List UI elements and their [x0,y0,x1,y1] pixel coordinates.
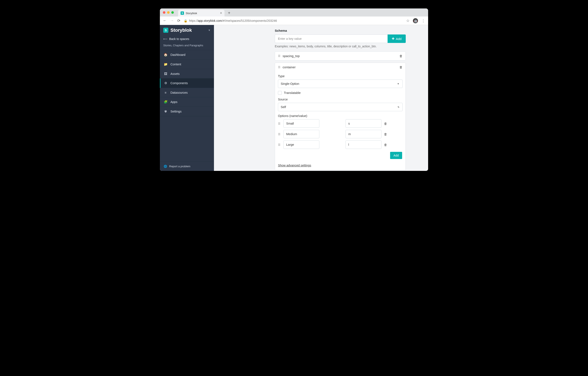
minimize-window[interactable] [167,11,170,14]
dashboard-icon: 🏠 [164,53,168,57]
sidebar-item-settings[interactable]: ✾Settings [160,107,214,116]
sidebar-item-label: Assets [170,72,180,76]
report-label: Report a problem [169,165,190,168]
source-label: Source [278,98,403,101]
traffic-lights [163,11,174,14]
schema-field-header[interactable]: ☰ container 🗑 [275,63,406,71]
field-name: spacing_top [283,54,300,58]
browser-menu-icon[interactable]: ⋮ [421,18,425,23]
report-problem[interactable]: 🌐 Report a problem [160,162,214,171]
schema-field[interactable]: ☰ spacing_top 🗑 [275,51,406,60]
url-field[interactable]: 🔒 https://app.storyblok.com/#!/me/spaces… [184,19,403,22]
address-bar: ← → ⟳ 🔒 https://app.storyblok.com/#!/me/… [160,16,428,25]
chevron-down-icon: ▼ [397,82,399,85]
add-button-label: Add [396,37,401,41]
sidebar-item-label: Settings [170,110,181,113]
drag-handle-icon[interactable]: ☰ [278,133,281,136]
tab-title: Storyblok [186,12,197,15]
tab-bar: S Storyblok × + [160,9,428,16]
translatable-checkbox[interactable] [278,91,282,95]
sidebar-item-apps[interactable]: 🧩Apps [160,97,214,107]
apps-icon: 🧩 [164,100,168,104]
sidebar-item-datasources[interactable]: ≡Datasources [160,88,214,97]
schema-heading: Schema [275,29,406,32]
sidebar: S Storyblok ▼ ⟵ Back to spaces Stories, … [160,25,214,171]
datasources-icon: ≡ [164,91,168,94]
sidebar-item-content[interactable]: 📁Content [160,60,214,69]
globe-icon: 🌐 [164,165,167,168]
lock-icon: 🔒 [184,19,187,22]
chevron-down-icon[interactable]: ▼ [208,29,210,32]
plus-icon: ✚ [392,37,395,41]
options-label: Options (name/value) [278,114,403,118]
trash-icon[interactable]: 🗑 [384,133,387,136]
url-host: app.storyblok.com [198,19,222,22]
option-value-input[interactable] [346,119,381,128]
reload-button[interactable]: ⟳ [177,18,180,23]
back-label: Back to spaces [169,37,189,41]
type-label: Type [278,74,403,78]
schema-key-input[interactable] [275,34,388,43]
browser-window: S Storyblok × + ← → ⟳ 🔒 https://app.stor… [160,9,428,171]
source-select[interactable]: Self ⇅ [278,103,403,111]
main-panel: Schema ✚ Add Examples: news_items, body,… [214,25,428,171]
add-option-button[interactable]: Add [390,152,402,159]
sidebar-item-label: Components [170,81,188,85]
app-root: S Storyblok ▼ ⟵ Back to spaces Stories, … [160,25,428,171]
tab-close-icon[interactable]: × [220,11,222,15]
logo-icon: S [163,28,168,33]
add-field-button[interactable]: ✚ Add [388,34,406,43]
close-window[interactable] [163,11,165,14]
option-row: ☰🗑 [278,119,403,128]
sidebar-item-label: Content [170,63,181,66]
trash-icon[interactable]: 🗑 [384,122,387,125]
source-value: Self [281,105,286,109]
favicon-icon: S [181,11,184,15]
option-name-input[interactable] [284,140,319,149]
new-tab-button[interactable]: + [228,11,231,15]
type-select[interactable]: Single-Option ▼ [278,79,403,88]
maximize-window[interactable] [171,11,174,14]
drag-handle-icon[interactable]: ☰ [278,122,281,125]
drag-handle-icon[interactable]: ☰ [278,143,281,146]
option-row: ☰🗑 [278,140,403,149]
sidebar-item-label: Apps [170,100,178,104]
profile-avatar[interactable]: 🤖 [413,18,418,23]
option-name-input[interactable] [284,130,319,138]
option-name-input[interactable] [284,119,319,128]
trash-icon[interactable]: 🗑 [399,54,403,58]
space-name: Stories, Chapters and Paragraphs [160,43,214,50]
back-to-spaces[interactable]: ⟵ Back to spaces [160,35,214,43]
forward-button[interactable]: → [170,18,174,23]
option-value-input[interactable] [346,130,381,138]
sidebar-item-assets[interactable]: 🖼Assets [160,69,214,78]
drag-handle-icon[interactable]: ☰ [278,54,281,57]
examples-text: Examples: news_items, body, columns, tit… [275,45,406,48]
brand-title: Storyblok [170,27,192,33]
drag-handle-icon[interactable]: ☰ [278,66,281,69]
bookmark-icon[interactable]: ☆ [406,18,410,23]
assets-icon: 🖼 [164,72,168,76]
sidebar-item-label: Datasources [170,91,188,94]
sidebar-item-dashboard[interactable]: 🏠Dashboard [160,50,214,60]
option-row: ☰🗑 [278,130,403,138]
settings-icon: ✾ [164,110,168,113]
brand[interactable]: S Storyblok ▼ [160,25,214,35]
schema-field-expanded: ☰ container 🗑 Type Single-Option ▼ Trans… [275,63,406,170]
components-icon: ⚙ [164,81,168,85]
show-advanced-link[interactable]: Show advanced settings [278,164,311,167]
sidebar-item-label: Dashboard [170,53,185,56]
type-value: Single-Option [281,82,299,85]
trash-icon[interactable]: 🗑 [384,143,387,146]
option-value-input[interactable] [346,140,381,149]
arrow-left-icon: ⟵ [163,37,168,41]
trash-icon[interactable]: 🗑 [399,65,403,69]
translatable-label: Translatable [284,91,301,95]
nav-list: 🏠Dashboard📁Content🖼Assets⚙Components≡Dat… [160,50,214,116]
back-button[interactable]: ← [163,18,167,23]
browser-tab[interactable]: S Storyblok × [178,10,224,16]
content-icon: 📁 [164,62,168,66]
sidebar-item-components[interactable]: ⚙Components [160,78,214,88]
url-path: /#!/me/spaces/51205/components/203246 [222,19,277,22]
field-name: container [283,65,296,69]
